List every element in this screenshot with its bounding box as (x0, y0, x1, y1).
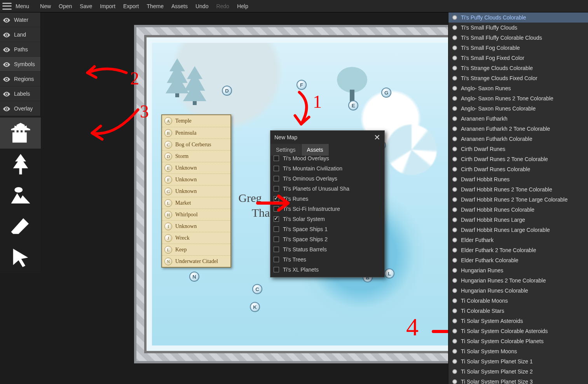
asset-set-item[interactable]: Elder Futhark Colorable (448, 255, 588, 265)
tool-tree[interactable] (0, 149, 41, 180)
menu-redo[interactable]: Redo (212, 0, 233, 12)
radio-icon[interactable] (452, 46, 457, 50)
menu-import[interactable]: Import (96, 0, 119, 12)
radio-icon[interactable] (452, 177, 457, 182)
asset-set-item[interactable]: Hungarian Runes Colorable (448, 286, 588, 296)
eye-icon[interactable] (3, 47, 10, 52)
tool-eraser[interactable] (0, 211, 41, 242)
asset-list-panel[interactable]: Ti's Puffy Clouds ColorableTi's Small Fl… (448, 12, 588, 384)
radio-icon[interactable] (452, 248, 457, 252)
asset-checkbox-row[interactable]: Ti's Space Ships 2 (274, 234, 383, 244)
radio-icon[interactable] (452, 217, 457, 222)
radio-icon[interactable] (452, 268, 457, 273)
menu-new[interactable]: New (36, 0, 55, 12)
asset-set-item[interactable]: Dwarf Hobbit Runes 2 Tone Colorable (448, 184, 588, 195)
dialog-body[interactable]: Ti's Mood OverlaysTi's Mountain Civiliza… (270, 156, 384, 277)
asset-checkbox-row[interactable]: Ti's Planets of Unusual Sha (274, 184, 383, 194)
tab-assets[interactable]: Assets (302, 144, 329, 156)
radio-icon[interactable] (452, 126, 457, 131)
asset-set-item[interactable]: Hungarian Runes (448, 265, 588, 275)
asset-set-item[interactable]: Hungarian Runes 2 Tone Colorable (448, 275, 588, 286)
checkbox-icon[interactable] (274, 166, 279, 171)
asset-checkbox-row[interactable]: Ti's Trees (274, 254, 383, 265)
map-marker[interactable]: L (384, 268, 394, 279)
map-marker[interactable]: K (250, 302, 260, 312)
checkbox-icon[interactable] (274, 247, 279, 252)
eye-icon[interactable] (3, 18, 10, 22)
asset-set-item[interactable]: Ti Solar System Colorable Asteroids (448, 326, 588, 336)
asset-set-item[interactable]: Ti Solar System Planet Size 3 (448, 377, 588, 384)
radio-icon[interactable] (452, 66, 457, 70)
menu-assets[interactable]: Assets (168, 0, 192, 12)
menu-save[interactable]: Save (76, 0, 96, 12)
asset-set-item[interactable]: Ti's Small Fluffy Clouds (448, 23, 588, 33)
asset-set-item[interactable]: Anglo- Saxon Runes (448, 83, 588, 93)
radio-icon[interactable] (452, 147, 457, 151)
checkbox-icon[interactable] (274, 176, 279, 181)
map-marker[interactable]: E (348, 100, 358, 110)
radio-icon[interactable] (452, 56, 457, 60)
asset-checkbox-row[interactable]: Ti's Mountain Civilization (274, 163, 383, 174)
asset-set-item[interactable]: Ti Solar System Planet Size 2 (448, 366, 588, 377)
layer-paths[interactable]: Paths (0, 42, 40, 57)
radio-icon[interactable] (452, 379, 457, 384)
radio-icon[interactable] (452, 359, 457, 364)
asset-set-item[interactable]: Ti's Strange Clouds Colorable (448, 63, 588, 73)
eye-icon[interactable] (3, 32, 10, 37)
asset-set-item[interactable]: Dwarf Hobbit Runes Large (448, 215, 588, 225)
asset-set-item[interactable]: Ti Solar System Asteroids (448, 316, 588, 326)
asset-checkbox-row[interactable]: Ti's Space Ships 1 (274, 224, 383, 234)
map-marker[interactable]: D (222, 86, 232, 96)
tab-settings[interactable]: Settings (270, 144, 302, 156)
tool-cursor[interactable] (0, 242, 41, 273)
asset-set-item[interactable]: Ti Solar System Colorable Planets (448, 336, 588, 346)
asset-set-item[interactable]: Arananen Futharkh Colorable (448, 134, 588, 144)
eye-icon[interactable] (3, 62, 10, 67)
close-icon[interactable]: ✕ (374, 133, 380, 142)
checkbox-icon[interactable] (274, 186, 279, 191)
asset-set-item[interactable]: Dwarf Hobbit Runes Colorable (448, 205, 588, 215)
asset-set-item[interactable]: Ti's Small Fluffy Colorable Clouds (448, 33, 588, 43)
radio-icon[interactable] (452, 349, 457, 354)
radio-icon[interactable] (452, 207, 457, 212)
asset-checkbox-row[interactable]: Ti's Solar System (274, 214, 383, 224)
checkbox-icon[interactable] (274, 226, 279, 232)
checkbox-icon[interactable] (274, 216, 279, 222)
asset-set-item[interactable]: Anglo- Saxon Runes Colorable (448, 103, 588, 114)
radio-icon[interactable] (452, 258, 457, 263)
menu-help[interactable]: Help (233, 0, 252, 12)
radio-icon[interactable] (452, 187, 457, 192)
asset-set-item[interactable]: Ti Colorable Moons (448, 296, 588, 306)
asset-set-item[interactable]: Arananen Futharkh (448, 114, 588, 124)
asset-set-item[interactable]: Cirth Dwarf Runes Colorable (448, 164, 588, 174)
radio-icon[interactable] (452, 137, 457, 141)
asset-set-item[interactable]: Elder Futhark (448, 235, 588, 245)
asset-set-item[interactable]: Ti's Small Fog Colorable (448, 43, 588, 53)
layer-water[interactable]: Water (0, 12, 40, 27)
layer-symbols[interactable]: Symbols (0, 57, 40, 72)
hamburger-icon[interactable] (2, 3, 12, 10)
tool-mountain[interactable] (0, 180, 41, 211)
asset-checkbox-row[interactable]: Ti's Sci-Fi Infrastructure (274, 204, 383, 214)
asset-set-item[interactable]: Ti's Small Fog Fixed Color (448, 53, 588, 63)
asset-set-item[interactable]: Dwarf Hobbit Runes (448, 174, 588, 184)
radio-icon[interactable] (452, 35, 457, 40)
asset-set-item[interactable]: Ti's Puffy Clouds Colorable (448, 12, 588, 23)
radio-icon[interactable] (452, 116, 457, 121)
radio-icon[interactable] (452, 167, 457, 172)
radio-icon[interactable] (452, 369, 457, 374)
asset-set-item[interactable]: Anglo- Saxon Runes 2 Tone Colorable (448, 93, 588, 103)
asset-set-item[interactable]: Ti Solar System Moons (448, 346, 588, 356)
radio-icon[interactable] (452, 228, 457, 232)
checkbox-icon[interactable] (274, 267, 279, 272)
radio-icon[interactable] (452, 329, 457, 333)
tool-castle[interactable] (0, 117, 41, 149)
map-marker[interactable]: F (297, 80, 307, 90)
radio-icon[interactable] (452, 96, 457, 101)
menu-open[interactable]: Open (55, 0, 76, 12)
asset-set-item[interactable]: Dwarf Hobbit Runes 2 Tone Large Colorabl… (448, 195, 588, 205)
asset-checkbox-row[interactable]: Ti's Ominous Overlays (274, 174, 383, 184)
radio-icon[interactable] (452, 86, 457, 91)
radio-icon[interactable] (452, 238, 457, 242)
asset-set-item[interactable]: Cirth Dwarf Runes (448, 144, 588, 154)
